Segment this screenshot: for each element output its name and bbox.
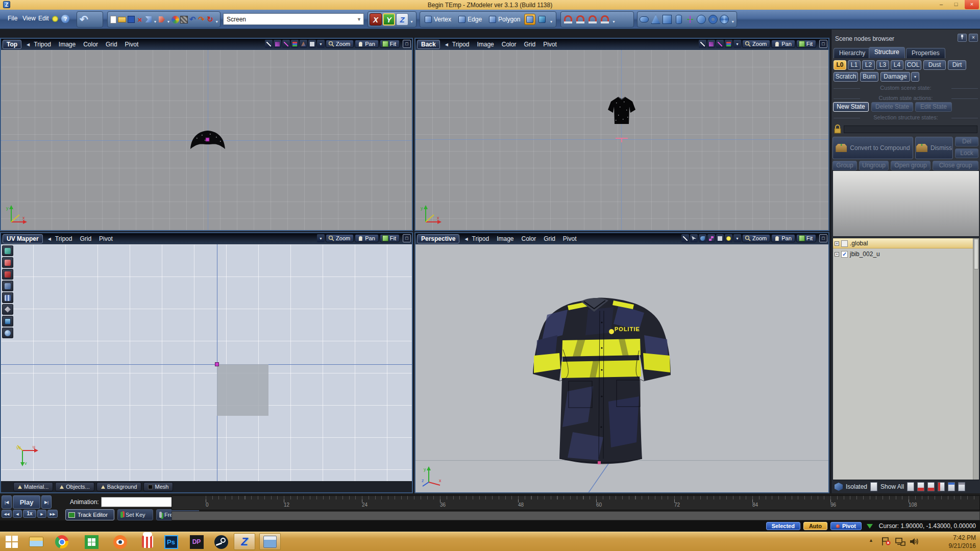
pan-button[interactable]: Pan: [771, 234, 795, 242]
menu-pivot[interactable]: Pivot: [125, 41, 139, 48]
wireframe-mode-icon[interactable]: [536, 14, 548, 25]
import-icon[interactable]: [144, 14, 152, 25]
ungroup-button[interactable]: Ungroup: [859, 161, 889, 170]
fast-forward-button[interactable]: ▶▶: [47, 510, 58, 518]
uv-tool-weld-icon[interactable]: [2, 269, 13, 280]
global-checkbox[interactable]: ✓: [841, 240, 848, 247]
maximize-viewport-icon[interactable]: □: [819, 40, 827, 48]
fit-button[interactable]: Fit: [796, 234, 816, 242]
draw-icon[interactable]: [265, 40, 273, 48]
selected-mode-button[interactable]: Selected: [766, 522, 800, 530]
scene-tree[interactable]: + ✓ .global + ✓ jbib_002_u: [832, 238, 979, 480]
step-back-button[interactable]: ◀: [13, 510, 22, 518]
uv-tool-move-icon[interactable]: [2, 304, 13, 315]
brush-icon[interactable]: [274, 40, 281, 48]
play-button[interactable]: Play: [13, 495, 40, 509]
delete-icon[interactable]: ×: [136, 14, 143, 25]
step-forward-button[interactable]: ▶: [37, 510, 46, 518]
axis-y-button[interactable]: Y: [383, 13, 395, 26]
lod-l2-button[interactable]: L2: [862, 60, 875, 70]
list-move-back-icon[interactable]: [938, 482, 945, 491]
zoom-button[interactable]: Zoom: [326, 40, 354, 48]
tab-hierarchy[interactable]: Hierarchy: [834, 48, 871, 58]
new-state-button[interactable]: New State: [833, 102, 869, 112]
uv-tool-mapper-icon[interactable]: [2, 245, 13, 256]
cursor-icon[interactable]: [690, 234, 698, 242]
close-group-button[interactable]: Close group: [933, 161, 978, 170]
pan-button[interactable]: Pan: [771, 40, 795, 48]
lod-l4-button[interactable]: L4: [891, 60, 903, 70]
file-tools-overflow-icon[interactable]: ▼: [215, 14, 218, 25]
edit-state-button[interactable]: Edit State: [915, 102, 952, 112]
skip-end-button[interactable]: ▶|: [41, 495, 52, 509]
light-icon[interactable]: [725, 234, 732, 242]
network-icon[interactable]: [895, 538, 905, 548]
viewport-uv-canvas[interactable]: W u v: [1, 244, 412, 481]
open-group-button[interactable]: Open group: [891, 161, 930, 170]
axis-caret-icon[interactable]: ▼: [409, 14, 414, 25]
open-icon[interactable]: [118, 14, 126, 25]
tab-background[interactable]: Background: [96, 482, 142, 491]
jbib-checkbox[interactable]: ✓: [841, 251, 848, 258]
structure-state-field[interactable]: [844, 126, 977, 133]
tab-mesh[interactable]: Mesh: [143, 482, 173, 491]
tab-objects[interactable]: Objects...: [55, 482, 94, 491]
draw-icon[interactable]: [681, 234, 689, 242]
primitive-cube-icon[interactable]: [662, 14, 672, 25]
lod-l3-button[interactable]: L3: [876, 60, 889, 70]
chrome-icon[interactable]: [54, 535, 69, 549]
damage-caret-icon[interactable]: ▼: [911, 72, 919, 82]
menu-view[interactable]: View: [22, 15, 36, 22]
lod-dust-button[interactable]: Dust: [923, 60, 946, 70]
reload-icon[interactable]: ↻: [206, 14, 214, 25]
media-app-icon[interactable]: [262, 535, 278, 549]
show-all-label[interactable]: Show All: [880, 483, 904, 490]
viewport-back-name[interactable]: Back: [417, 40, 440, 49]
menu-tripod[interactable]: Tripod: [452, 41, 470, 48]
close-panel-icon[interactable]: ×: [969, 34, 978, 42]
primitives-overflow-icon[interactable]: ▼: [731, 14, 735, 25]
big-undo-icon[interactable]: ↶: [79, 14, 89, 25]
dismiss-button[interactable]: Dismiss: [915, 137, 953, 159]
zmodeler-taskbar-icon[interactable]: Z: [237, 535, 252, 549]
menu-image[interactable]: Image: [59, 41, 76, 48]
snap-caret-icon[interactable]: ▼: [611, 14, 616, 25]
undo-spare-button[interactable]: [90, 14, 101, 25]
popcorn-time-icon[interactable]: [140, 535, 155, 549]
export-icon[interactable]: [158, 14, 165, 25]
viewport-top-name[interactable]: Top: [3, 40, 21, 49]
speed-button[interactable]: 1x: [23, 510, 36, 518]
uv-tool-sphere-icon[interactable]: [2, 328, 13, 338]
uv-tool-unwrap-icon[interactable]: [2, 257, 13, 268]
primitive-cylinder-icon[interactable]: [673, 14, 683, 25]
draw-icon[interactable]: [699, 40, 706, 48]
pin-icon[interactable]: [958, 34, 967, 42]
scratch-button[interactable]: Scratch: [834, 72, 858, 82]
tree-scrollbar[interactable]: [973, 238, 979, 480]
magnet-face-icon[interactable]: [587, 14, 598, 25]
show-all-icon[interactable]: [870, 482, 877, 491]
pan-button[interactable]: Pan: [355, 234, 379, 242]
blender-icon[interactable]: [112, 535, 128, 549]
del-button[interactable]: Del: [955, 137, 978, 146]
timeline-track[interactable]: [172, 511, 980, 520]
viewport-perspective-back-icon[interactable]: ◀: [464, 237, 468, 241]
structure-states-list[interactable]: [832, 170, 979, 237]
menu-grid[interactable]: Grid: [106, 41, 117, 48]
viewport-perspective-name[interactable]: Perspective: [417, 234, 459, 243]
tree-row-jbib[interactable]: + ✓ jbib_002_u: [833, 249, 973, 259]
menu-tripod[interactable]: Tripod: [472, 235, 489, 242]
vertex-mode-button[interactable]: Vertex: [422, 15, 454, 24]
viewport-uv-back-icon[interactable]: ◀: [48, 237, 51, 241]
primitive-helper-icon[interactable]: [685, 14, 695, 25]
menu-image[interactable]: Image: [497, 235, 513, 242]
maximize-viewport-icon[interactable]: □: [819, 234, 827, 242]
menu-grid[interactable]: Grid: [80, 235, 91, 242]
menu-pivot[interactable]: Pivot: [563, 235, 577, 242]
primitive-sphere-icon[interactable]: [696, 14, 706, 25]
list-remove-icon[interactable]: [958, 482, 965, 491]
viewport-perspective-canvas[interactable]: POLITIE y x z: [415, 244, 828, 492]
menu-color[interactable]: Color: [521, 235, 536, 242]
magnet-edge-icon[interactable]: [575, 14, 586, 25]
maximize-viewport-icon[interactable]: □: [403, 40, 411, 48]
